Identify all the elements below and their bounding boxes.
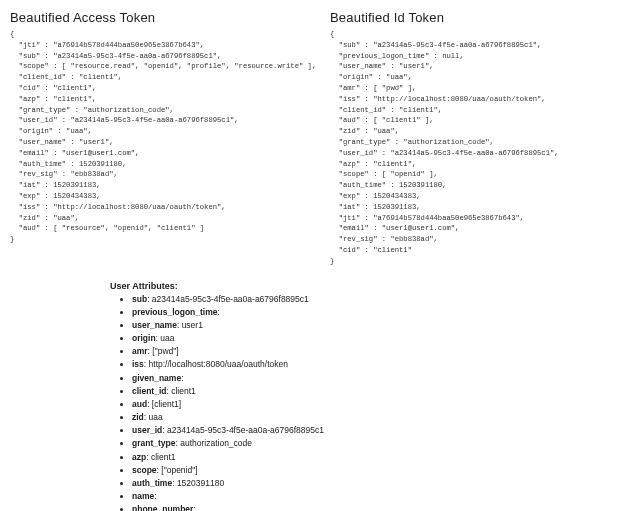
attribute-key: user_id <box>132 425 162 435</box>
attribute-value: authorization_code <box>180 438 252 448</box>
user-attribute-item: zid: uaa <box>132 411 630 424</box>
access-token-panel: Beautified Access Token { "jti" : "a7691… <box>10 10 310 267</box>
id-token-heading: Beautified Id Token <box>330 10 630 25</box>
user-attribute-item: previous_logon_time: <box>132 306 630 319</box>
user-attribute-item: iss: http://localhost:8080/uaa/oauth/tok… <box>132 358 630 371</box>
attribute-key: zid <box>132 412 144 422</box>
attribute-key: aud <box>132 399 147 409</box>
attribute-value: client1 <box>151 452 176 462</box>
attribute-key: amr <box>132 346 148 356</box>
attribute-key: scope <box>132 465 157 475</box>
user-attribute-item: sub: a23414a5-95c3-4f5e-aa0a-a6796f8895c… <box>132 293 630 306</box>
user-attribute-item: origin: uaa <box>132 332 630 345</box>
attribute-value: ["openid"] <box>161 465 197 475</box>
access-token-heading: Beautified Access Token <box>10 10 310 25</box>
attribute-value: ["pwd"] <box>152 346 178 356</box>
user-attribute-item: given_name: <box>132 372 630 385</box>
user-attribute-item: scope: ["openid"] <box>132 464 630 477</box>
attribute-key: client_id <box>132 386 166 396</box>
user-attribute-item: aud: [client1] <box>132 398 630 411</box>
user-attribute-item: azp: client1 <box>132 451 630 464</box>
user-attribute-item: user_id: a23414a5-95c3-4f5e-aa0a-a6796f8… <box>132 424 630 437</box>
user-attributes-list: sub: a23414a5-95c3-4f5e-aa0a-a6796f8895c… <box>110 293 630 511</box>
attribute-value: 1520391180 <box>177 478 224 488</box>
attribute-key: auth_time <box>132 478 172 488</box>
attribute-key: user_name <box>132 320 177 330</box>
user-attribute-item: user_name: user1 <box>132 319 630 332</box>
user-attribute-item: auth_time: 1520391180 <box>132 477 630 490</box>
attribute-key: iss <box>132 359 144 369</box>
user-attribute-item: phone_number: <box>132 503 630 511</box>
user-attribute-item: amr: ["pwd"] <box>132 345 630 358</box>
attribute-key: origin <box>132 333 156 343</box>
user-attribute-item: client_id: client1 <box>132 385 630 398</box>
attribute-key: grant_type <box>132 438 175 448</box>
attribute-key: name <box>132 491 154 501</box>
attribute-key: azp <box>132 452 146 462</box>
attribute-key: sub <box>132 294 147 304</box>
attribute-value: uaa <box>160 333 174 343</box>
access-token-json: { "jti" : "a76914b578d444baa50e965e3867b… <box>10 29 310 245</box>
attribute-key: phone_number <box>132 504 193 511</box>
attribute-value: client1 <box>171 386 196 396</box>
attribute-value: http://localhost:8080/uaa/oauth/token <box>149 359 288 369</box>
attribute-value: a23414a5-95c3-4f5e-aa0a-a6796f8895c1 <box>167 425 324 435</box>
user-attributes-panel: User Attributes: sub: a23414a5-95c3-4f5e… <box>110 281 630 511</box>
user-attribute-item: grant_type: authorization_code <box>132 437 630 450</box>
attribute-value: [client1] <box>152 399 181 409</box>
user-attribute-item: name: <box>132 490 630 503</box>
attribute-value: user1 <box>182 320 203 330</box>
attribute-value: uaa <box>149 412 163 422</box>
attribute-key: given_name <box>132 373 181 383</box>
attribute-key: previous_logon_time <box>132 307 218 317</box>
id-token-json: { "sub" : "a23414a5-95c3-4f5e-aa0a-a6796… <box>330 29 630 267</box>
id-token-panel: Beautified Id Token { "sub" : "a23414a5-… <box>330 10 630 267</box>
attribute-value: a23414a5-95c3-4f5e-aa0a-a6796f8895c1 <box>152 294 309 304</box>
user-attributes-heading: User Attributes: <box>110 281 630 291</box>
